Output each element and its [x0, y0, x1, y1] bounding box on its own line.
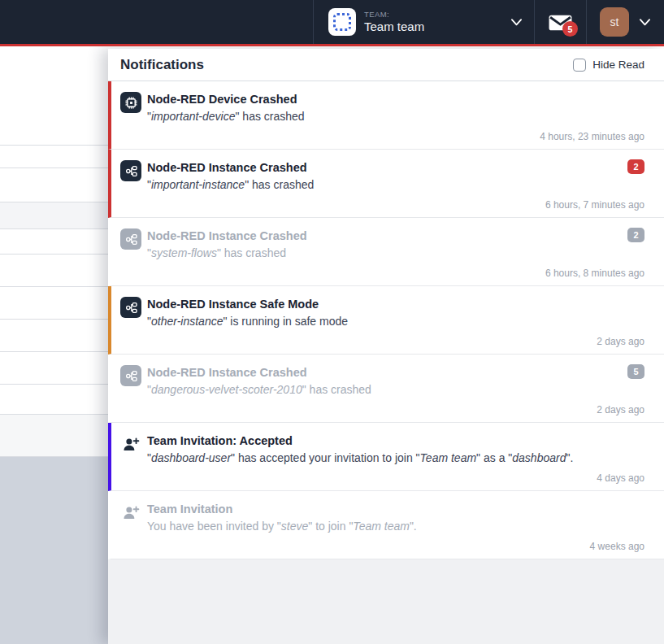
notification-message: "dashboard-user" has accepted your invit… — [147, 451, 644, 464]
notification-timestamp: 6 hours, 8 minutes ago — [545, 268, 644, 279]
notification-timestamp: 6 hours, 7 minutes ago — [545, 199, 644, 211]
notification-item[interactable]: Team Invitation You have been invited by… — [108, 491, 664, 559]
notification-title: Node-RED Device Crashed — [147, 91, 297, 106]
hide-read-toggle[interactable]: Hide Read — [573, 59, 644, 72]
hide-read-checkbox[interactable] — [573, 59, 586, 72]
team-label: TEAM: — [364, 11, 502, 20]
instance-icon — [120, 160, 141, 181]
notification-message: "system-flows" has crashed — [147, 246, 644, 259]
notification-item[interactable]: Team Invitation: Accepted "dashboard-use… — [108, 423, 664, 491]
instance-icon — [120, 365, 141, 386]
notification-timestamp: 2 days ago — [597, 336, 644, 347]
notification-timestamp: 4 days ago — [597, 472, 644, 484]
top-navbar: TEAM: Team team 5 st — [0, 0, 664, 46]
notification-title: Node-RED Instance Crashed — [147, 159, 307, 174]
chevron-down-icon — [510, 17, 523, 27]
notification-timestamp: 2 days ago — [597, 404, 644, 416]
notification-message: "dangerous-velvet-scoter-2010" has crash… — [147, 383, 644, 396]
panel-footer — [108, 559, 664, 644]
unread-count-badge: 5 — [562, 21, 578, 37]
notification-title: Node-RED Instance Crashed — [147, 228, 307, 242]
notification-message: "other-instance" is running in safe mode — [147, 315, 644, 328]
hide-read-label: Hide Read — [592, 59, 644, 71]
notification-message: You have been invited by "steve" to join… — [147, 520, 644, 533]
instance-icon — [120, 228, 141, 250]
notification-count-badge: 5 — [627, 364, 644, 379]
page-title: Notifications — [120, 57, 204, 73]
notification-timestamp: 4 hours, 23 minutes ago — [540, 131, 644, 142]
notification-item[interactable]: Node-RED Instance Safe Mode "other-insta… — [108, 286, 664, 355]
notification-item[interactable]: Node-RED Instance Crashed 5 "dangerous-v… — [108, 355, 664, 423]
team-name: Team team — [364, 20, 502, 33]
notifications-panel: Notifications Hide Read Node-RED Device … — [108, 49, 664, 644]
notification-item[interactable]: Node-RED Device Crashed "important-devic… — [108, 81, 664, 150]
chevron-down-icon — [639, 17, 651, 27]
notification-title: Node-RED Instance Safe Mode — [147, 296, 319, 311]
user-menu[interactable]: st — [586, 0, 664, 44]
notification-list: Node-RED Device Crashed "important-devic… — [108, 81, 664, 559]
notification-item[interactable]: Node-RED Instance Crashed 2 "important-i… — [108, 150, 664, 218]
notification-count-badge: 2 — [627, 228, 644, 242]
device-icon — [120, 92, 141, 113]
notifications-bell-button[interactable]: 5 — [534, 0, 586, 44]
team-icon — [328, 8, 356, 36]
notification-title: Team Invitation — [147, 501, 232, 516]
notification-title: Team Invitation: Accepted — [147, 433, 293, 447]
team-switcher[interactable]: TEAM: Team team — [313, 0, 534, 44]
notification-message: "important-instance" has crashed — [147, 178, 644, 191]
notifications-header: Notifications Hide Read — [108, 49, 664, 81]
instance-icon — [120, 297, 141, 318]
notification-message: "important-device" has crashed — [147, 110, 644, 123]
notification-count-badge: 2 — [627, 159, 644, 174]
notification-timestamp: 4 weeks ago — [590, 541, 644, 552]
notification-title: Node-RED Instance Crashed — [147, 364, 307, 379]
user-add-icon — [120, 433, 141, 455]
notification-item[interactable]: Node-RED Instance Crashed 2 "system-flow… — [108, 218, 664, 286]
avatar: st — [600, 7, 629, 37]
user-add-icon — [120, 502, 141, 523]
